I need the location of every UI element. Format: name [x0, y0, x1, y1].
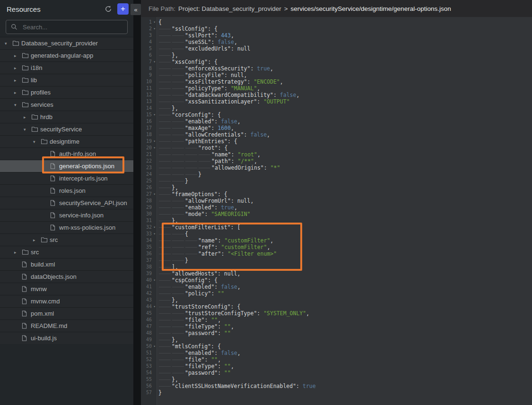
tree-folder-generated-angular-app[interactable]: ▸generated-angular-app	[0, 49, 133, 61]
code-line[interactable]: 27▾"frameOptions": {	[141, 191, 532, 198]
code-line[interactable]: 7▾"xssConfig": {	[141, 59, 532, 65]
code-line[interactable]: 11"policyType": "MANUAL",	[141, 85, 532, 92]
tree-folder-i18n[interactable]: ▸i18n	[0, 61, 133, 74]
code-line[interactable]: 42"policy": ""	[141, 290, 532, 297]
code-line[interactable]: 38],	[141, 264, 532, 270]
tree-file-mvnw[interactable]: mvnw	[0, 283, 133, 295]
code-line[interactable]: 26},	[141, 184, 532, 191]
tree-file-roles.json[interactable]: roles.json	[0, 184, 133, 197]
fold-arrow-icon[interactable]: ▾	[152, 224, 157, 231]
code-line[interactable]: 36"after": "<Filter enum>"	[141, 250, 532, 257]
code-line[interactable]: 18"allowCredentials": false,	[141, 131, 532, 138]
tree-folder-src[interactable]: ▸src	[0, 233, 133, 246]
code-line[interactable]: 39"allowedHosts": null,	[141, 270, 532, 277]
tree-folder-lib[interactable]: ▸lib	[0, 74, 133, 86]
code-line[interactable]: 5"excludedUrls": null	[141, 45, 532, 52]
tree-file-README.md[interactable]: README.md	[0, 319, 133, 332]
chevron-right-icon[interactable]: ▸	[33, 238, 41, 242]
tree-file-general-options.json[interactable]: general-options.json	[0, 160, 133, 172]
tree-file-auth-info.json[interactable]: auth-info.json	[0, 147, 133, 160]
fold-arrow-icon[interactable]: ▾	[152, 112, 157, 118]
code-line[interactable]: 28"allowFromUrl": null,	[141, 198, 532, 204]
chevron-right-icon[interactable]: ▸	[14, 250, 22, 255]
chevron-down-icon[interactable]: ▾	[24, 127, 31, 132]
code-line[interactable]: 40▾"cspConfig": {	[141, 277, 532, 284]
chevron-right-icon[interactable]: ▸	[14, 66, 22, 70]
code-line[interactable]: 43},	[141, 297, 532, 303]
tree-file-securityService_API.json[interactable]: securityService_API.json	[0, 197, 133, 209]
chevron-right-icon[interactable]: ▸	[14, 90, 22, 95]
code-line[interactable]: 17"maxAge": 1600,	[141, 125, 532, 131]
add-resource-button[interactable]: +	[117, 3, 129, 15]
code-line[interactable]: 34"name": "customFilter",	[141, 237, 532, 244]
code-line[interactable]: 13"xssSanitizationLayer": "OUTPUT"	[141, 98, 532, 105]
tree-folder-profiles[interactable]: ▸profiles	[0, 86, 133, 98]
fold-arrow-icon[interactable]: ▾	[152, 19, 157, 26]
tree-folder-designtime[interactable]: ▾designtime	[0, 135, 133, 147]
code-line[interactable]: 9"policyFile": null,	[141, 72, 532, 78]
code-line[interactable]: 46"file": "",	[141, 317, 532, 323]
code-line[interactable]: 31},	[141, 217, 532, 224]
tree-folder-src[interactable]: ▸src	[0, 246, 133, 258]
tree-folder-hrdb[interactable]: ▸hrdb	[0, 111, 133, 123]
chevron-down-icon[interactable]: ▾	[14, 103, 22, 107]
code-line[interactable]: 53"fileType": "",	[141, 363, 532, 370]
code-line[interactable]: 21"name": "root",	[141, 151, 532, 158]
code-line[interactable]: 45"trustStoreConfigType": "SYSTEM_ONLY",	[141, 310, 532, 317]
code-editor[interactable]: 1▾{2▾"sslConfig": {3"sslPort": 443,4"use…	[141, 17, 532, 405]
tree-file-dataObjects.json[interactable]: dataObjects.json	[0, 270, 133, 283]
tree-file-ui-build.js[interactable]: ui-build.js	[0, 332, 133, 344]
code-line[interactable]: 4"useSSL": false,	[141, 39, 532, 45]
code-line[interactable]: 10"xssFilterStrategy": "ENCODE",	[141, 78, 532, 85]
tree-file-wm-xss-policies.json[interactable]: wm-xss-policies.json	[0, 221, 133, 233]
code-line[interactable]: 32▾"customFilterList": [	[141, 224, 532, 231]
code-line[interactable]: 3"sslPort": 443,	[141, 32, 532, 39]
code-line[interactable]: 33▾{	[141, 231, 532, 237]
tree-file-intercept-urls.json[interactable]: intercept-urls.json	[0, 172, 133, 184]
fold-arrow-icon[interactable]: ▾	[152, 303, 157, 310]
code-line[interactable]: 30"mode": "SAMEORIGIN"	[141, 211, 532, 217]
search-input[interactable]	[22, 23, 122, 31]
code-line[interactable]: 51"enabled": false,	[141, 350, 532, 356]
tree-file-pom.xml[interactable]: pom.xml	[0, 307, 133, 319]
code-line[interactable]: 23"allowedOrigins": "*"	[141, 164, 532, 171]
tree-folder-services[interactable]: ▾services	[0, 98, 133, 111]
code-line[interactable]: 15▾"corsConfig": {	[141, 112, 532, 118]
code-line[interactable]: 24}	[141, 171, 532, 178]
code-line[interactable]: 12"dataBackwardCompatibility": false,	[141, 92, 532, 98]
code-line[interactable]: 2▾"sslConfig": {	[141, 26, 532, 32]
search-box[interactable]	[6, 20, 128, 34]
code-line[interactable]: 8"enforceXssSecurity": true,	[141, 65, 532, 72]
code-line[interactable]: 1▾{	[141, 19, 532, 26]
refresh-button[interactable]	[103, 4, 113, 14]
tree-folder-Database_security_provider[interactable]: ▾Database_security_provider	[0, 37, 133, 49]
code-line[interactable]: 41"enabled": false,	[141, 284, 532, 290]
fold-arrow-icon[interactable]: ▾	[152, 231, 157, 237]
fold-arrow-icon[interactable]: ▾	[152, 343, 157, 350]
code-line[interactable]: 37}	[141, 257, 532, 264]
fold-arrow-icon[interactable]: ▾	[152, 191, 157, 198]
fold-arrow-icon[interactable]: ▾	[152, 138, 157, 145]
code-line[interactable]: 52"file": "",	[141, 356, 532, 363]
fold-arrow-icon[interactable]: ▾	[152, 26, 157, 32]
fold-arrow-icon[interactable]: ▾	[152, 59, 157, 65]
fold-arrow-icon[interactable]: ▾	[152, 145, 157, 151]
fold-arrow-icon[interactable]: ▾	[152, 277, 157, 284]
code-line[interactable]: 55},	[141, 376, 532, 383]
code-line[interactable]: 25}	[141, 178, 532, 184]
code-line[interactable]: 35"ref": "customFilter",	[141, 244, 532, 250]
code-line[interactable]: 48"password": ""	[141, 330, 532, 336]
collapse-sidebar-button[interactable]: «	[131, 4, 141, 15]
code-line[interactable]: 20▾"root": {	[141, 145, 532, 151]
chevron-right-icon[interactable]: ▸	[14, 53, 22, 58]
chevron-right-icon[interactable]: ▸	[14, 78, 22, 83]
tree-file-service-info.json[interactable]: service-info.json	[0, 209, 133, 221]
code-line[interactable]: 56"clientSSLHostNameVerificationEnabled"…	[141, 383, 532, 389]
code-line[interactable]: 16"enabled": false,	[141, 118, 532, 125]
tree-file-build.xml[interactable]: build.xml	[0, 258, 133, 270]
code-line[interactable]: 22"path": "/**",	[141, 158, 532, 164]
code-line[interactable]: 50▾"mtlsConfig": {	[141, 343, 532, 350]
code-line[interactable]: 57}	[141, 389, 532, 396]
code-line[interactable]: 19▾"pathEntries": {	[141, 138, 532, 145]
code-line[interactable]: 6},	[141, 52, 532, 59]
